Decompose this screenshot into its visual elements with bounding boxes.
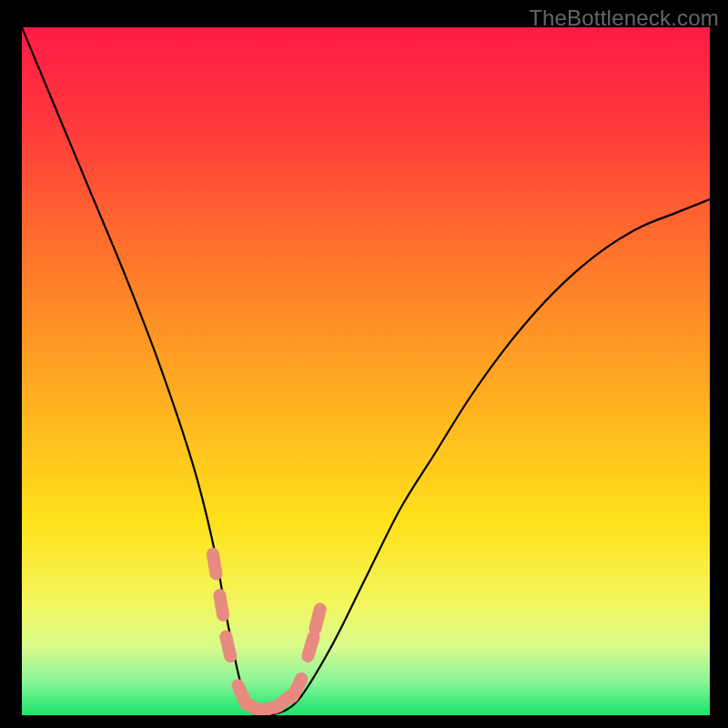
marker-segment <box>219 595 223 615</box>
marker-segment <box>292 679 301 697</box>
plot-area <box>22 27 710 715</box>
marker-segment <box>315 609 319 628</box>
bottleneck-curve-chart <box>22 27 710 715</box>
marker-segment <box>226 637 230 656</box>
gradient-background <box>22 27 710 715</box>
marker-segment <box>308 637 313 656</box>
marker-segment <box>213 554 217 574</box>
chart-frame: TheBottleneck.com <box>0 0 728 728</box>
